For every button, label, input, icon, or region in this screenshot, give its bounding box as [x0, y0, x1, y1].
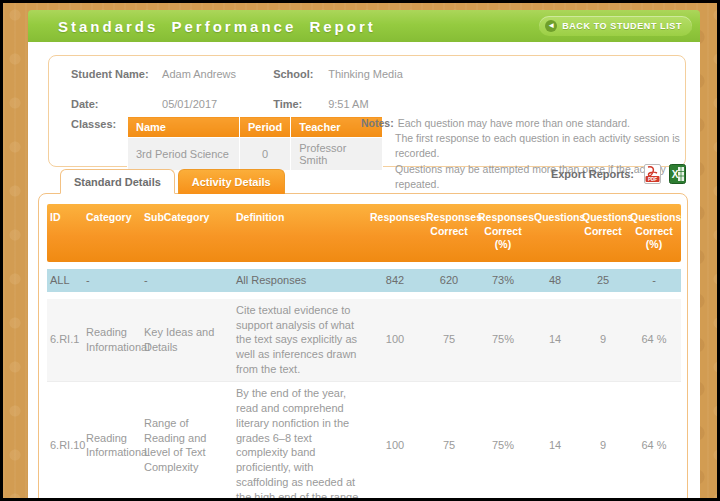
classes-column-header: Period: [240, 117, 291, 138]
standards-column-header: Definition: [233, 209, 367, 254]
standards-cell: 75%: [475, 434, 531, 457]
standards-table-row: 6.RI.10Reading InformationalRange of Rea…: [47, 381, 681, 498]
standards-column-header: SubCategory: [141, 209, 233, 254]
standards-table-body: 6.RI.1Reading InformationalKey Ideas and…: [47, 299, 681, 498]
standards-cell: 75: [423, 434, 475, 457]
standards-cell: 14: [531, 328, 579, 351]
standards-table-row: 6.RI.1Reading InformationalKey Ideas and…: [47, 299, 681, 381]
standards-cell: 100: [367, 328, 423, 351]
standards-cell: Key Ideas and Details: [141, 321, 233, 359]
time-label: Time:: [273, 98, 325, 110]
notes-line: Questions may be attempted more than onc…: [395, 162, 681, 192]
standards-column-header: Responses Correct (%): [475, 209, 531, 254]
standards-cell: By the end of the year, read and compreh…: [233, 382, 367, 498]
classes-label: Classes:: [71, 118, 116, 130]
student-info-box: Student Name: Adam Andrews School: Think…: [48, 55, 686, 167]
standards-cell: 75: [423, 328, 475, 351]
summary-cell: -: [141, 269, 233, 292]
notes-label: Notes:: [361, 116, 394, 131]
app-window: Standards Performance Report ◄ BACK TO S…: [0, 0, 720, 501]
classes-row: Classes:: [71, 118, 116, 130]
summary-cell: All Responses: [233, 269, 367, 292]
standards-table: IDCategorySubCategoryDefinitionResponses…: [47, 204, 681, 498]
classes-table-cell: 3rd Period Science: [128, 138, 240, 171]
pdf-export-icon[interactable]: PDF: [644, 164, 661, 184]
date-label: Date:: [71, 98, 159, 110]
svg-text:PDF: PDF: [648, 177, 657, 182]
classes-table-header-row: NamePeriodTeacher: [128, 117, 383, 138]
school-label: School:: [273, 68, 325, 80]
summary-row-all: ALL--All Responses84262073%4825-: [47, 269, 681, 292]
standards-cell: 6.RI.1: [47, 328, 83, 351]
excel-export-icon[interactable]: X: [669, 164, 686, 184]
standards-cell: 64 %: [627, 328, 681, 351]
standards-cell: 75%: [475, 328, 531, 351]
standard-details-panel: IDCategorySubCategoryDefinitionResponses…: [38, 193, 688, 498]
summary-cell: 620: [423, 269, 475, 292]
standards-cell: Cite textual evidence to support analysi…: [233, 299, 367, 381]
summary-cell: 842: [367, 269, 423, 292]
tab-activity-details[interactable]: Activity Details: [178, 169, 285, 194]
notes-line: The first response to each question in e…: [395, 131, 681, 161]
back-to-student-list-button[interactable]: ◄ BACK TO STUDENT LIST: [539, 16, 692, 36]
standards-cell: Range of Reading and Level of Text Compl…: [141, 412, 233, 479]
tab-bar: Standard Details Activity Details: [60, 169, 285, 194]
standards-column-header: Responses Correct: [423, 209, 475, 254]
classes-column-header: Name: [128, 117, 240, 138]
student-name-label: Student Name:: [71, 68, 159, 80]
time-value: 9:51 AM: [328, 98, 368, 110]
summary-cell: ALL: [47, 269, 83, 292]
standards-cell: 64 %: [627, 434, 681, 457]
summary-cell: -: [627, 269, 681, 292]
page-title: Standards Performance Report: [58, 18, 376, 35]
date-time-row: Date: 05/01/2017 Time: 9:51 AM: [71, 98, 369, 110]
standards-column-header: Questions: [531, 209, 579, 254]
classes-table: NamePeriodTeacher 3rd Period Science0Pro…: [127, 116, 383, 171]
standards-cell: 14: [531, 434, 579, 457]
report-header-bar: Standards Performance Report ◄ BACK TO S…: [28, 10, 700, 42]
standards-column-header: Category: [83, 209, 141, 254]
standards-column-header: Responses: [367, 209, 423, 254]
standards-column-header: ID: [47, 209, 83, 254]
export-reports-label: Export Reports:: [551, 168, 634, 180]
report-content: Student Name: Adam Andrews School: Think…: [28, 42, 700, 498]
summary-cell: 73%: [475, 269, 531, 292]
standards-table-header-row: IDCategorySubCategoryDefinitionResponses…: [47, 204, 681, 262]
back-button-label: BACK TO STUDENT LIST: [562, 21, 682, 31]
back-arrow-icon: ◄: [545, 20, 557, 32]
standards-cell: Reading Informational: [83, 427, 141, 465]
standards-cell: 6.RI.10: [47, 434, 83, 457]
standards-cell: 9: [579, 328, 627, 351]
classes-table-row: 3rd Period Science0Professor Smith: [128, 138, 383, 171]
school-value: Thinking Media: [328, 68, 403, 80]
student-name-row: Student Name: Adam Andrews School: Think…: [71, 68, 403, 80]
tab-standard-details[interactable]: Standard Details: [60, 169, 175, 194]
standards-column-header: Questions Correct (%): [627, 209, 681, 254]
standards-cell: 100: [367, 434, 423, 457]
svg-text:X: X: [672, 169, 679, 180]
standards-cell: Reading Informational: [83, 321, 141, 359]
notes-line: Each question may have more than one sta…: [361, 116, 681, 131]
classes-table-cell: 0: [240, 138, 291, 171]
standards-cell: 9: [579, 434, 627, 457]
standards-column-header: Questions Correct: [579, 209, 627, 254]
summary-cell: 25: [579, 269, 627, 292]
notes-block: Notes: Each question may have more than …: [361, 116, 681, 192]
export-icons: PDF X: [644, 164, 686, 184]
date-value: 05/01/2017: [162, 98, 270, 110]
student-name-value: Adam Andrews: [162, 68, 270, 80]
summary-cell: 48: [531, 269, 579, 292]
summary-cell: -: [83, 269, 141, 292]
